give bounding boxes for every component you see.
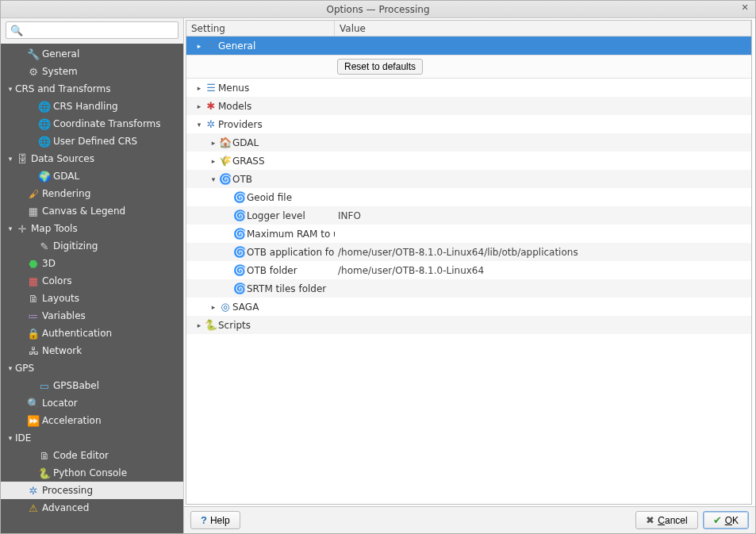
setting-value: /home/user/OTB-8.1.0-Linux64/lib/otb/app… — [338, 247, 578, 258]
sidebar-item-label: Data Sources — [31, 153, 94, 164]
sidebar-item-label: Network — [42, 345, 82, 356]
sidebar-item-canvas-legend[interactable]: ▦Canvas & Legend — [1, 202, 183, 220]
tree-row-grass[interactable]: ▸🌾GRASS — [186, 152, 751, 170]
sidebar-item-colors[interactable]: ▦Colors — [1, 272, 183, 290]
category-icon: ⚙ — [26, 66, 40, 78]
setting-value: INFO — [338, 210, 361, 221]
search-wrap: 🔍 — [1, 18, 183, 44]
tree-row-otb-folder[interactable]: 🌀OTB folder/home/user/OTB-8.1.0-Linux64 — [186, 261, 751, 279]
category-icon: ⏩ — [26, 415, 40, 427]
sidebar-item-locator[interactable]: 🔍Locator — [1, 394, 183, 412]
setting-label: Geoid file — [247, 192, 292, 203]
sidebar-item-ide[interactable]: ▾IDE — [1, 429, 183, 447]
sidebar-item-label: GDAL — [53, 171, 79, 182]
tree-row-general[interactable]: ▸✲General — [186, 36, 751, 55]
sidebar-item-processing[interactable]: ✲Processing — [1, 482, 183, 499]
help-button[interactable]: ? Help — [190, 511, 240, 529]
sidebar-item-code-editor[interactable]: 🗎Code Editor — [1, 447, 183, 464]
sidebar-item-3d[interactable]: ⬣3D — [1, 255, 183, 272]
sidebar-item-gps[interactable]: ▾GPS — [1, 359, 183, 377]
sidebar-item-data-sources[interactable]: ▾🗄Data Sources — [1, 150, 183, 167]
sidebar-nav: 🔧General⚙System▾CRS and Transforms🌐CRS H… — [1, 44, 183, 533]
options-dialog: Options — Processing ✕ 🔍 🔧General⚙System… — [0, 0, 756, 534]
sidebar-item-label: Advanced — [42, 502, 89, 513]
sidebar-item-layouts[interactable]: 🗎Layouts — [1, 290, 183, 307]
tree-caret-icon: ▸ — [194, 42, 204, 50]
tree-row-saga[interactable]: ▸◎SAGA — [186, 298, 751, 316]
row-icon: 🌀 — [232, 209, 247, 221]
sidebar-item-authentication[interactable]: 🔒Authentication — [1, 325, 183, 342]
cancel-button[interactable]: ✖ Cancel — [635, 511, 697, 529]
sidebar-item-general[interactable]: 🔧General — [1, 45, 183, 63]
category-icon: ▦ — [26, 275, 40, 287]
tree-row-menus[interactable]: ▸☰Menus — [186, 79, 751, 97]
setting-label: Logger level — [247, 210, 305, 221]
tree-caret-icon: ▸ — [194, 84, 204, 92]
row-icon: 🌀 — [232, 264, 247, 276]
sidebar-item-network[interactable]: 🖧Network — [1, 342, 183, 359]
sidebar-item-system[interactable]: ⚙System — [1, 63, 183, 80]
close-icon[interactable]: ✕ — [739, 3, 750, 14]
sidebar-item-python-console[interactable]: 🐍Python Console — [1, 464, 183, 482]
row-icon: 🏠 — [218, 136, 232, 148]
tree-row-geoid-file[interactable]: 🌀Geoid file — [186, 188, 751, 206]
sidebar: 🔍 🔧General⚙System▾CRS and Transforms🌐CRS… — [1, 18, 183, 533]
ok-button[interactable]: ✔ OK — [703, 511, 749, 529]
tree-row-srtm-tiles-folder[interactable]: 🌀SRTM tiles folder — [186, 279, 751, 298]
setting-label: Maximum RAM to use — [247, 229, 335, 240]
tree-row-maximum-ram-to-use[interactable]: 🌀Maximum RAM to use — [186, 225, 751, 243]
tree-row-models[interactable]: ▸✱Models — [186, 97, 751, 115]
tree-row-logger-level[interactable]: 🌀Logger levelINFO — [186, 206, 751, 225]
column-header-setting[interactable]: Setting — [186, 21, 335, 36]
column-header-value[interactable]: Value — [335, 21, 751, 36]
category-icon: ▦ — [26, 206, 40, 217]
tree-caret-icon: ▾ — [209, 175, 218, 183]
sidebar-item-label: Authentication — [42, 328, 112, 339]
row-icon: ✲ — [204, 118, 218, 130]
tree-row-gdal[interactable]: ▸🏠GDAL — [186, 133, 751, 152]
sidebar-item-rendering[interactable]: 🖌Rendering — [1, 185, 183, 202]
sidebar-item-coordinate-transforms[interactable]: 🌐Coordinate Transforms — [1, 115, 183, 133]
setting-label: GDAL — [232, 137, 259, 148]
sidebar-item-gdal[interactable]: 🌍GDAL — [1, 167, 183, 185]
sidebar-item-label: Digitizing — [53, 240, 98, 252]
sidebar-item-crs-handling[interactable]: 🌐CRS Handling — [1, 98, 183, 115]
reset-to-defaults-button[interactable]: Reset to defaults — [337, 59, 423, 75]
category-icon: 🌐 — [37, 118, 52, 130]
sidebar-item-label: CRS and Transforms — [15, 83, 110, 94]
tree-row-providers[interactable]: ▾✲Providers — [186, 115, 751, 133]
sidebar-item-advanced[interactable]: ⚠Advanced — [1, 499, 183, 517]
expand-caret-icon: ▾ — [6, 364, 15, 372]
sidebar-item-map-tools[interactable]: ▾✛Map Tools — [1, 220, 183, 237]
sidebar-item-gpsbabel[interactable]: ▭GPSBabel — [1, 377, 183, 394]
sidebar-item-user-defined-crs[interactable]: 🌐User Defined CRS — [1, 133, 183, 150]
tree-caret-icon: ▸ — [194, 102, 204, 110]
sidebar-item-label: Acceleration — [42, 415, 102, 426]
sidebar-item-label: 3D — [42, 258, 56, 269]
sidebar-item-label: GPSBabel — [53, 380, 99, 391]
expand-caret-icon: ▾ — [6, 434, 15, 442]
category-icon: ▭ — [37, 380, 52, 392]
sidebar-item-label: Layouts — [42, 293, 79, 304]
tree-caret-icon: ▾ — [194, 121, 204, 129]
help-button-label: Help — [210, 515, 230, 526]
sidebar-item-acceleration[interactable]: ⏩Acceleration — [1, 412, 183, 429]
category-icon: 🔧 — [26, 48, 40, 60]
sidebar-item-variables[interactable]: ≔Variables — [1, 307, 183, 325]
search-input[interactable] — [6, 21, 178, 39]
category-icon: 🖧 — [26, 345, 40, 357]
expand-caret-icon: ▾ — [6, 155, 15, 163]
setting-label: OTB — [232, 174, 252, 185]
settings-panel: Setting Value ▸✲General Reset to default… — [183, 18, 755, 533]
sidebar-item-label: Locator — [42, 398, 78, 409]
value-editor-row: Reset to defaults — [186, 55, 751, 79]
sidebar-item-crs-and-transforms[interactable]: ▾CRS and Transforms — [1, 80, 183, 98]
sidebar-item-label: Rendering — [42, 188, 90, 199]
tree-row-otb[interactable]: ▾🌀OTB — [186, 170, 751, 188]
sidebar-item-digitizing[interactable]: ✎Digitizing — [1, 237, 183, 255]
row-icon: ◎ — [218, 301, 232, 313]
tree-row-otb-application-folder[interactable]: 🌀OTB application folder/home/user/OTB-8.… — [186, 243, 751, 261]
titlebar: Options — Processing ✕ — [1, 1, 755, 18]
category-icon: ≔ — [26, 310, 40, 322]
tree-row-scripts[interactable]: ▸🐍Scripts — [186, 316, 751, 334]
